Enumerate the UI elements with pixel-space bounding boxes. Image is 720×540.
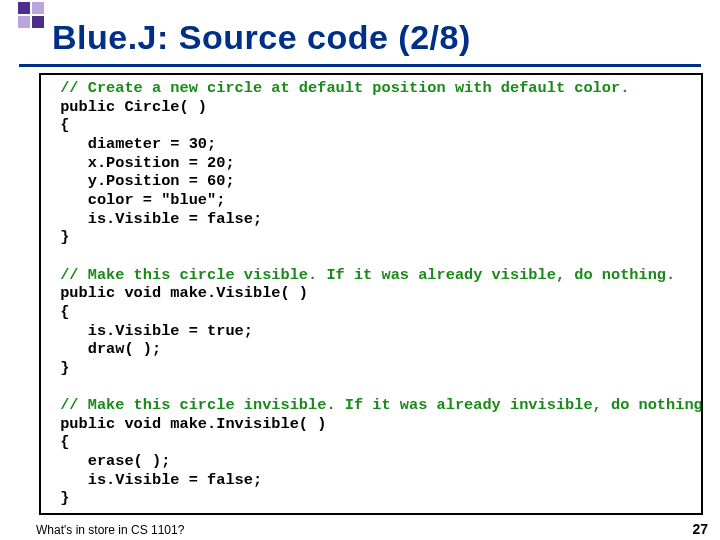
svg-rect-2: [18, 16, 30, 28]
comment-2: // Make this circle visible. If it was a…: [51, 266, 675, 284]
footer-text: What's in store in CS 1101?: [36, 523, 184, 537]
code-line: is.Visible = true;: [51, 322, 253, 340]
code-line: y.Position = 60;: [51, 172, 235, 190]
code-line: is.Visible = false;: [51, 471, 262, 489]
code-line: diameter = 30;: [51, 135, 216, 153]
code-line: public void make.Visible( ): [51, 284, 308, 302]
comment-3: // Make this circle invisible. If it was…: [51, 396, 703, 414]
code-line: public void make.Invisible( ): [51, 415, 326, 433]
code-line: {: [51, 116, 69, 134]
code-line: erase( );: [51, 452, 170, 470]
code-line: {: [51, 303, 69, 321]
code-line: }: [51, 359, 69, 377]
code-line: color = "blue";: [51, 191, 225, 209]
svg-rect-1: [32, 2, 44, 14]
code-line: }: [51, 228, 69, 246]
code-line: {: [51, 433, 69, 451]
code-line: }: [51, 489, 69, 507]
code-frame: // Create a new circle at default positi…: [39, 73, 703, 515]
code-line: public Circle( ): [51, 98, 207, 116]
code-line: x.Position = 20;: [51, 154, 235, 172]
svg-rect-0: [18, 2, 30, 14]
page-number: 27: [692, 521, 708, 537]
comment-1: // Create a new circle at default positi…: [51, 79, 629, 97]
slide-logo: [18, 2, 46, 30]
slide-title: Blue.J: Source code (2/8): [52, 18, 471, 57]
svg-rect-3: [32, 16, 44, 28]
title-underline: [19, 64, 701, 67]
logo-squares-icon: [18, 2, 46, 30]
code-line: draw( );: [51, 340, 161, 358]
code-line: is.Visible = false;: [51, 210, 262, 228]
